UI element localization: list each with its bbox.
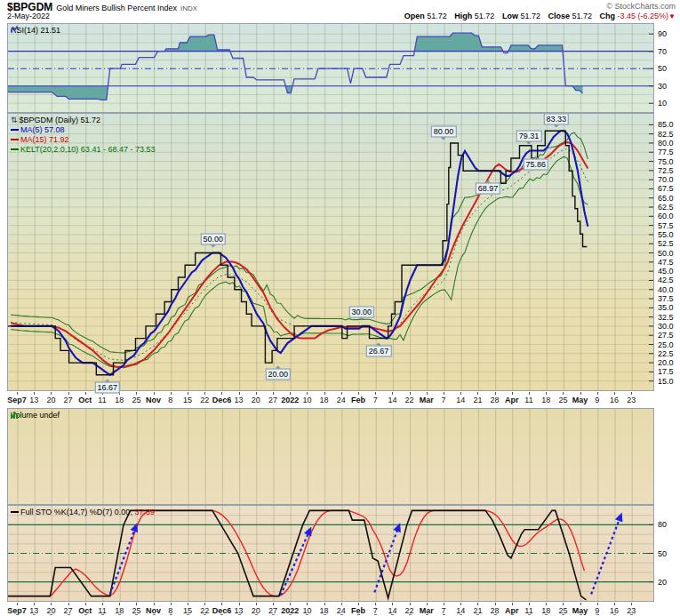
- price-annotation: 30.00: [349, 307, 375, 318]
- y-axis-label: 80.0: [658, 140, 674, 148]
- x-axis-tick: [17, 392, 18, 395]
- y-axis-label: 50: [658, 65, 667, 73]
- x-axis-tick: [256, 603, 257, 605]
- x-axis-tick: [171, 392, 172, 395]
- price-annotation: 50.00: [201, 234, 227, 245]
- overlay-legend: MA(5) 57.08MA(15) 71.92KELT(20,2.0,10) 6…: [11, 125, 155, 155]
- price-annotation: 83.33: [543, 114, 569, 125]
- y-axis-label: 17.5: [658, 368, 674, 376]
- x-axis-label: 13: [235, 396, 244, 404]
- x-axis-label: 8: [168, 396, 172, 404]
- x-axis-label: 25: [132, 396, 140, 404]
- x-axis-label: 11: [524, 396, 532, 404]
- x-axis-minor-tick: [101, 614, 104, 615]
- x-axis-minor-tick: [204, 614, 206, 615]
- x-axis-tick: [188, 392, 188, 395]
- close-value: 51.72: [572, 12, 592, 20]
- x-axis-label: 18: [115, 396, 124, 404]
- y-axis-label: 45.0: [658, 268, 674, 276]
- x-axis-minor-tick: [391, 614, 394, 615]
- stoch-swatch: [11, 511, 19, 513]
- y-axis-label: 22.5: [658, 350, 674, 358]
- x-axis-tick: [410, 603, 411, 605]
- x-axis-tick: [51, 603, 52, 605]
- x-axis-label: 18: [320, 396, 329, 404]
- x-axis-tick: [256, 392, 257, 395]
- x-axis-tick: [273, 603, 274, 605]
- y-axis-label: 80: [658, 521, 667, 529]
- x-axis-minor-tick: [220, 614, 223, 615]
- x-axis-tick: [358, 603, 359, 605]
- stochastic-legend: Full STO %K(14,7) %D(7) 0.00, 37.39: [11, 508, 155, 517]
- x-axis-tick: [460, 603, 461, 605]
- x-axis-minor-tick: [357, 614, 360, 615]
- y-axis-label: 50: [658, 550, 667, 558]
- high-value: 51.72: [475, 12, 495, 20]
- y-axis-label: 27.5: [658, 332, 674, 340]
- x-axis-tick: [34, 392, 35, 395]
- y-axis-label: 90: [658, 30, 667, 38]
- x-axis-tick: [34, 603, 35, 605]
- x-axis-minor-tick: [562, 614, 564, 615]
- x-axis-label: 22: [405, 396, 414, 404]
- x-axis-minor-tick: [511, 614, 514, 615]
- legend-label: MA(5) 57.08: [20, 125, 65, 134]
- x-axis-tick: [631, 392, 632, 395]
- x-axis-minor-tick: [170, 614, 172, 615]
- x-axis-tick: [341, 603, 342, 605]
- x-axis-tick: [631, 603, 632, 605]
- rsi-panel: RSI(14) 21.51: [7, 23, 654, 113]
- chg-value: -3.45 (-6.25%): [618, 12, 669, 20]
- x-axis-label: 24: [337, 396, 346, 404]
- x-axis-label: Mar: [420, 396, 434, 404]
- overlay-legend-item: MA(15) 71.92: [11, 135, 155, 145]
- x-axis-label: 20: [252, 396, 260, 404]
- x-axis-tick: [358, 392, 359, 395]
- y-axis-label: 67.5: [658, 185, 674, 193]
- y-axis-label: 70.0: [658, 176, 674, 184]
- trend-arrow: [281, 527, 312, 596]
- x-axis-tick: [546, 603, 547, 605]
- y-axis-label: 72.5: [658, 167, 674, 175]
- y-axis-label: 30.0: [658, 323, 674, 331]
- x-axis-tick: [580, 603, 581, 605]
- price-annotation: 26.67: [366, 345, 392, 356]
- x-axis-label: 13: [29, 396, 38, 404]
- low-value: 51.72: [520, 12, 540, 20]
- x-axis-tick: [410, 392, 411, 395]
- x-axis-minor-tick: [16, 614, 19, 615]
- x-axis-minor-tick: [187, 614, 189, 615]
- stoch-d-value: 37.39: [134, 508, 155, 516]
- volume-panel: Volume undef: [7, 408, 654, 505]
- x-axis-tick: [563, 392, 564, 395]
- x-axis-tick: [392, 603, 393, 605]
- x-axis-minor-tick: [426, 614, 428, 615]
- price-panel: ⇅$BPGDM (Daily) 51.72 MA(5) 57.08MA(15) …: [7, 113, 654, 391]
- price-annotation: 75.86: [523, 159, 548, 171]
- y-axis-label: 50.0: [658, 250, 674, 258]
- chg-down-triangle-icon[interactable]: ▼: [668, 12, 676, 20]
- y-axis-label: 15.0: [658, 378, 674, 386]
- x-axis-tick: [68, 392, 69, 395]
- x-axis-label: 27: [268, 396, 277, 404]
- x-axis-label: 7: [373, 396, 378, 404]
- x-axis-tick: [102, 603, 103, 605]
- x-axis-tick: [477, 392, 478, 395]
- x-axis-tick: [290, 603, 291, 605]
- x-axis-minor-tick: [238, 614, 241, 615]
- y-axis-label: 32.5: [658, 314, 674, 322]
- y-axis-label: 57.5: [658, 222, 674, 230]
- x-axis-minor-tick: [68, 614, 70, 615]
- x-axis-minor-tick: [340, 614, 343, 615]
- x-axis-tick: [614, 392, 615, 395]
- x-axis-tick: [204, 392, 205, 395]
- x-axis-tick: [85, 392, 86, 395]
- x-axis-minor-tick: [153, 614, 156, 615]
- price-style-icon: ⇅: [11, 116, 18, 124]
- price-annotation: 16.67: [94, 381, 120, 393]
- price-annotation: 68.97: [476, 182, 501, 194]
- x-axis-minor-tick: [324, 614, 326, 615]
- x-axis-tick: [614, 603, 615, 605]
- x-axis-minor-tick: [580, 614, 582, 615]
- y-axis-label: 35.0: [658, 304, 674, 312]
